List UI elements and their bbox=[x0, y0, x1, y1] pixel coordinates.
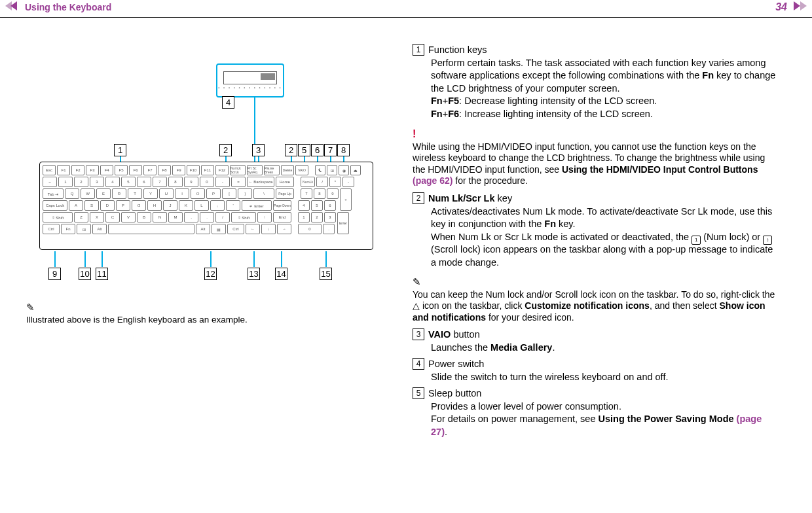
callout-1-top: 1 bbox=[114, 144, 126, 156]
item-1: 1Function keys Perform certain tasks. Th… bbox=[413, 44, 779, 120]
keyboard-diagram: • • • • • • • • • • • • • 4 1 2 3 2 5 6 … bbox=[26, 50, 393, 299]
scrolllock-icon: ↕ bbox=[763, 236, 772, 245]
callout-11: 11 bbox=[96, 268, 108, 280]
item-2: 2Num Lk/Scr Lk key Activates/deactivates… bbox=[413, 192, 779, 269]
link-page-62[interactable]: (page 62) bbox=[413, 175, 452, 186]
pencil-icon-2: ✎ bbox=[413, 275, 779, 289]
tip-1: You can keep the Num lock and/or Scroll … bbox=[413, 289, 779, 324]
right-column: 1Function keys Perform certain tasks. Th… bbox=[413, 44, 779, 439]
left-note: ✎ Illustrated above is the English keybo… bbox=[26, 302, 393, 325]
left-column: • • • • • • • • • • • • • 4 1 2 3 2 5 6 … bbox=[26, 44, 413, 439]
item-5: 5Sleep button Provides a lower level of … bbox=[413, 387, 779, 438]
callout-2b-top: 2 bbox=[285, 144, 297, 156]
callout-15: 15 bbox=[320, 268, 332, 280]
callout-12: 12 bbox=[204, 268, 217, 280]
callout-7-top: 7 bbox=[324, 144, 337, 156]
callout-9: 9 bbox=[48, 268, 61, 280]
numlock-icon: 1 bbox=[692, 236, 701, 245]
keyboard-outline: Esc F1F2 F3F4 F5F6 F7F8 F9F10 F11F12 Num… bbox=[39, 162, 373, 250]
warning-icon: ! bbox=[413, 127, 779, 141]
item-4: 4Power switch Slide the switch to turn t… bbox=[413, 358, 779, 383]
callout-14: 14 bbox=[275, 268, 287, 280]
callout-8-top: 8 bbox=[337, 144, 350, 156]
header-title: Using the Keyboard bbox=[25, 2, 775, 12]
callout-5-top: 5 bbox=[298, 144, 310, 156]
power-switch-closeup: • • • • • • • • • • • • • bbox=[216, 63, 284, 97]
item-3: 3VAIO button Launches the Media Gallery. bbox=[413, 328, 779, 354]
warning-1: While using the HDMI/VIDEO input functio… bbox=[413, 141, 779, 187]
callout-10: 10 bbox=[79, 268, 91, 280]
pencil-icon: ✎ bbox=[26, 302, 393, 313]
page-number: 34 bbox=[775, 1, 787, 13]
callout-3-top: 3 bbox=[252, 144, 265, 156]
page-header: Using the Keyboard 34 bbox=[0, 0, 812, 18]
callout-6-top: 6 bbox=[311, 144, 323, 156]
forward-arrow-group[interactable] bbox=[791, 1, 807, 13]
back-arrow-group[interactable] bbox=[5, 1, 17, 13]
callout-2a-top: 2 bbox=[219, 144, 232, 156]
callout-13: 13 bbox=[248, 268, 260, 280]
callout-4: 4 bbox=[222, 96, 234, 109]
